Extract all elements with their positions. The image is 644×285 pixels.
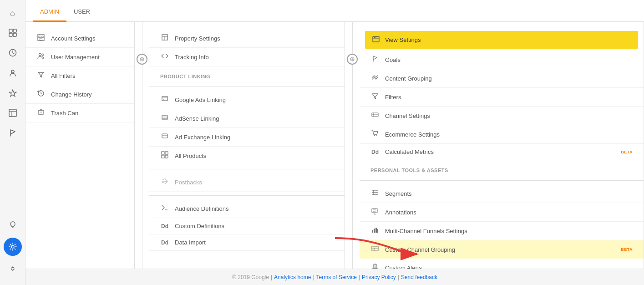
history-icon bbox=[36, 90, 46, 99]
svg-point-53 bbox=[374, 135, 375, 136]
postbacks-item[interactable]: Postbacks bbox=[149, 173, 345, 192]
custom-channel-badge: BETA bbox=[621, 247, 633, 252]
segments-item[interactable]: Segments bbox=[360, 184, 644, 203]
main-content: ADMIN USER bbox=[25, 0, 644, 285]
goals-label: Goals bbox=[385, 56, 633, 63]
audience-definitions-label: Audience Definitions bbox=[175, 205, 334, 212]
adsense-label: AdSense Linking bbox=[175, 115, 334, 122]
terms-link[interactable]: Terms of Service bbox=[316, 274, 357, 280]
multi-channel-label: Multi-Channel Funnels Settings bbox=[385, 228, 633, 234]
view-icon bbox=[372, 36, 380, 44]
adsense-item[interactable]: AdSense Linking bbox=[149, 109, 345, 128]
column-account: Account Settings User Management bbox=[25, 22, 135, 269]
svg-rect-1 bbox=[13, 29, 16, 32]
users-icon bbox=[36, 52, 46, 61]
cart-icon bbox=[370, 130, 380, 139]
settings-gear-icon[interactable] bbox=[4, 238, 22, 256]
svg-rect-38 bbox=[162, 152, 164, 154]
svg-point-54 bbox=[376, 135, 377, 136]
account-settings-item[interactable]: Account Settings bbox=[25, 29, 134, 48]
lightbulb-icon[interactable] bbox=[4, 216, 22, 234]
trash-can-label: Trash Can bbox=[51, 110, 123, 117]
svg-rect-0 bbox=[9, 29, 12, 32]
channel2-icon bbox=[370, 245, 380, 254]
tracking-info-item[interactable]: Tracking Info bbox=[149, 48, 345, 66]
left-sidebar: ⌂ bbox=[0, 0, 25, 285]
svg-rect-65 bbox=[377, 229, 378, 233]
bar-icon bbox=[370, 226, 380, 235]
copyright: © 2019 Google bbox=[232, 274, 269, 280]
audience-definitions-item[interactable]: Audience Definitions bbox=[149, 199, 345, 218]
property-icon bbox=[160, 34, 169, 43]
annotations-item[interactable]: Annotations bbox=[360, 203, 644, 222]
ads-icon bbox=[160, 95, 169, 104]
svg-rect-6 bbox=[9, 109, 16, 117]
segments-label: Segments bbox=[385, 190, 633, 197]
trash-icon bbox=[36, 108, 46, 117]
star-icon[interactable] bbox=[4, 84, 22, 102]
clock-icon[interactable] bbox=[4, 44, 22, 62]
svg-rect-40 bbox=[162, 155, 164, 158]
svg-rect-41 bbox=[165, 155, 168, 158]
custom-alerts-label: Custom Alerts bbox=[385, 265, 633, 269]
dashboard-icon[interactable] bbox=[4, 24, 22, 42]
tab-admin[interactable]: ADMIN bbox=[33, 8, 66, 22]
top-tabs: ADMIN USER bbox=[25, 0, 644, 22]
divider4 bbox=[360, 180, 644, 181]
channel-settings-item[interactable]: Channel Settings bbox=[360, 107, 644, 125]
content-icon bbox=[370, 74, 380, 83]
ad-exchange-item[interactable]: Ad Exchange Linking bbox=[149, 128, 345, 147]
expand-icon[interactable] bbox=[4, 260, 22, 278]
flag-icon[interactable] bbox=[4, 124, 22, 142]
divider-circle-2 bbox=[347, 54, 358, 65]
content-grouping-item[interactable]: Content Grouping bbox=[360, 69, 644, 88]
data-import-item[interactable]: Dd Data Import bbox=[149, 234, 345, 251]
column-divider-1 bbox=[135, 22, 149, 269]
ecommerce-settings-item[interactable]: Ecommerce Settings bbox=[360, 125, 644, 144]
code-icon bbox=[160, 52, 169, 61]
svg-rect-2 bbox=[9, 33, 12, 36]
privacy-link[interactable]: Privacy Policy bbox=[362, 274, 396, 280]
svg-rect-3 bbox=[13, 33, 16, 36]
tab-user[interactable]: USER bbox=[66, 8, 97, 22]
all-filters-label: All Filters bbox=[51, 72, 123, 79]
svg-rect-66 bbox=[372, 246, 378, 251]
all-filters-item[interactable]: All Filters bbox=[25, 66, 134, 85]
svg-rect-32 bbox=[163, 99, 164, 100]
change-history-item[interactable]: Change History bbox=[25, 85, 134, 104]
product-linking-label: PRODUCT LINKING bbox=[149, 66, 345, 83]
google-ads-item[interactable]: Google Ads Linking bbox=[149, 91, 345, 109]
svg-rect-20 bbox=[39, 110, 43, 115]
feedback-link[interactable]: Send feedback bbox=[401, 274, 437, 280]
custom-alerts-item[interactable]: Custom Alerts bbox=[360, 259, 644, 269]
home-icon[interactable]: ⌂ bbox=[4, 4, 22, 22]
svg-point-18 bbox=[42, 54, 44, 56]
analytics-home-link[interactable]: Analytics home bbox=[274, 274, 311, 280]
divider-circle-1 bbox=[137, 54, 147, 65]
calculated-metrics-item[interactable]: Dd Calculated Metrics BETA bbox=[360, 144, 644, 160]
custom-channel-grouping-item[interactable]: Custom Channel Grouping BETA bbox=[360, 240, 644, 259]
filters-item[interactable]: Filters bbox=[360, 88, 644, 107]
ecommerce-settings-label: Ecommerce Settings bbox=[385, 131, 633, 138]
building-icon bbox=[36, 34, 46, 43]
property-settings-item[interactable]: Property Settings bbox=[149, 29, 345, 48]
column-property: Property Settings Tracking Info PRODUCT … bbox=[149, 22, 345, 269]
goals-item[interactable]: Goals bbox=[360, 51, 644, 69]
footer-sep1: | bbox=[271, 274, 272, 280]
user-management-item[interactable]: User Management bbox=[25, 48, 134, 66]
custom-definitions-item[interactable]: Dd Custom Definitions bbox=[149, 218, 345, 234]
dd3-icon: Dd bbox=[370, 149, 380, 155]
footer-sep4: | bbox=[398, 274, 399, 280]
grid-icon bbox=[160, 151, 169, 160]
all-products-label: All Products bbox=[175, 153, 334, 159]
person-icon[interactable] bbox=[4, 64, 22, 82]
divider3 bbox=[149, 195, 345, 196]
multi-channel-item[interactable]: Multi-Channel Funnels Settings bbox=[360, 222, 644, 240]
trash-can-item[interactable]: Trash Can bbox=[25, 104, 134, 122]
user-management-label: User Management bbox=[51, 54, 123, 61]
all-products-item[interactable]: All Products bbox=[149, 147, 345, 165]
svg-rect-62 bbox=[372, 230, 373, 233]
svg-rect-59 bbox=[372, 209, 377, 213]
view-settings-button[interactable]: View Settings bbox=[365, 31, 638, 49]
table-icon[interactable] bbox=[4, 104, 22, 122]
